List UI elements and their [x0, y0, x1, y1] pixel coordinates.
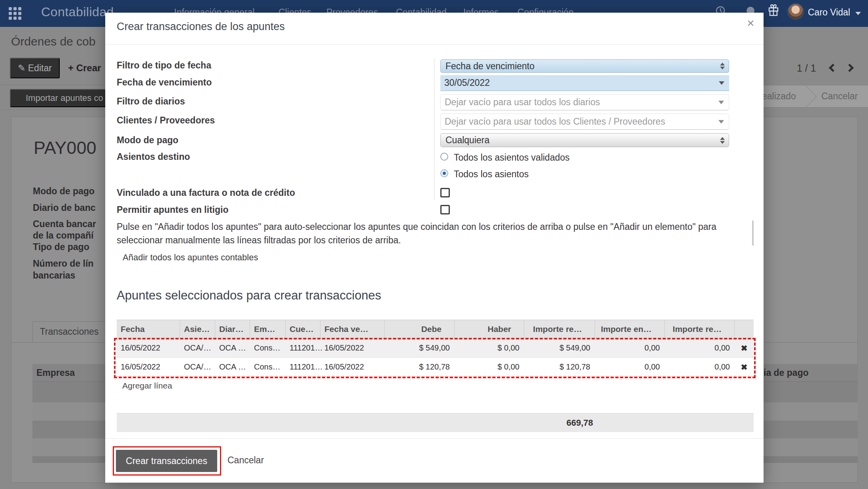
field-label-modo-de-pago: Modo de pago [33, 186, 106, 197]
dialog-header-divider [105, 44, 764, 45]
payment-mode-select[interactable]: Cualquiera [440, 133, 729, 147]
delete-row-icon[interactable]: ✖ [735, 343, 754, 353]
create-transactions-button[interactable]: Crear transacciones [116, 450, 217, 472]
scrollbar-thumb[interactable] [752, 220, 754, 246]
radio-label-todos-los-asientos[interactable]: Todos los asientos [454, 169, 529, 180]
due-date-input[interactable]: 30/05/2022 [440, 75, 729, 91]
label-filtro-diarios: Filtro de diarios [117, 96, 185, 107]
cell-diario[interactable]: OCA … [215, 343, 250, 353]
date-type-filter-select[interactable]: Fecha de vencimiento [440, 59, 729, 73]
label-fecha-vencimiento: Fecha de vencimiento [117, 77, 212, 88]
col-header-haber[interactable]: Haber [455, 320, 524, 338]
dropdown-caret-icon [718, 120, 724, 123]
edit-button[interactable]: ✎ Editar [10, 58, 60, 78]
cell-fecha-vencimiento[interactable]: 16/05/2022 [320, 362, 385, 371]
pencil-icon: ✎ [18, 63, 25, 73]
col-header-importe-re[interactable]: Importe re… [665, 320, 735, 338]
label-asientos-destino: Asientos destino [117, 152, 190, 162]
col-header-delete [735, 320, 754, 338]
col-header-fecha-vencimiento[interactable]: Fecha ve… [320, 320, 385, 338]
datepicker-caret-icon [719, 81, 724, 85]
create-transactions-dialog: Crear transacciones de los apuntes × Fil… [105, 13, 764, 483]
col-header-importe-residual[interactable]: Importe re… [524, 320, 595, 338]
field-label-tipo-de-pago: Tipo de pago [33, 242, 106, 252]
app-brand[interactable]: Contabilidad [41, 5, 114, 19]
total-bar: 669,78 [117, 413, 754, 432]
label-permitir-litigio: Permitir apuntes en litigio [117, 205, 228, 215]
gift-icon[interactable] [768, 4, 779, 18]
user-name[interactable]: Caro Vidal [808, 7, 850, 18]
divider [0, 110, 105, 110]
bg-table-header-dia-de-pago: ia de pago [764, 364, 858, 382]
radio-todos-los-asientos[interactable] [440, 169, 448, 177]
tab-transacciones[interactable]: Transacciones [32, 321, 106, 342]
cell-haber[interactable]: $ 0,00 [455, 362, 524, 371]
journals-filter-input[interactable]: Dejar vacío para usar todos los diarios [440, 94, 729, 110]
apps-grid-icon[interactable] [8, 6, 22, 22]
select-updown-icon [720, 137, 725, 144]
section-title: Apuntes seleccionados para crear transac… [117, 288, 381, 303]
cell-debe[interactable]: $ 120,78 [385, 362, 455, 371]
total-amount: 669,78 [567, 418, 593, 428]
table-row[interactable]: 16/05/2022 OCA/… OCA … Cons… 111201… 16/… [117, 339, 754, 358]
cell-debe[interactable]: $ 549,00 [385, 343, 455, 353]
cancel-button[interactable]: Cancelar [227, 455, 264, 466]
import-entries-button[interactable]: Importar apuntes co [10, 89, 106, 107]
dialog-footer-divider [105, 438, 764, 439]
divider [0, 85, 105, 85]
radio-label-todos-validados[interactable]: Todos los asientos validados [454, 152, 570, 163]
close-icon[interactable]: × [747, 16, 754, 30]
col-header-debe[interactable]: Debe [385, 320, 455, 338]
table-row[interactable]: 16/05/2022 OCA/… OCA … Cons… 111201… 16/… [117, 358, 754, 377]
cell-asiento[interactable]: OCA/… [180, 343, 215, 353]
radio-todos-validados[interactable] [440, 153, 448, 161]
cell-haber[interactable]: $ 0,00 [455, 343, 524, 353]
user-menu-chevron-down-icon[interactable] [855, 12, 861, 15]
cell-diario[interactable]: OCA … [215, 362, 250, 371]
label-modo-pago: Modo de pago [117, 135, 178, 146]
col-header-importe-en[interactable]: Importe en… [595, 320, 665, 338]
add-all-entries-button[interactable]: Añadir todos los apuntes contables [123, 252, 258, 263]
plus-icon: + [68, 63, 74, 73]
cell-importe-residual[interactable]: $ 549,00 [524, 343, 595, 353]
label-clientes-proveedores: Clientes / Proveedores [117, 115, 215, 126]
cell-importe-re[interactable]: 0,00 [665, 343, 735, 353]
user-avatar[interactable] [787, 3, 804, 20]
col-header-asiento[interactable]: Asie… [180, 320, 215, 338]
field-label-compania: de la compañí [33, 230, 106, 241]
cell-importe-re[interactable]: 0,00 [665, 362, 735, 371]
partners-filter-input[interactable]: Dejar vacío para usar todos los Clientes… [440, 114, 729, 130]
delete-row-icon[interactable]: ✖ [735, 362, 754, 372]
cell-fecha-vencimiento[interactable]: 16/05/2022 [320, 343, 385, 353]
label-filtro-tipo-fecha: Filtro de tipo de fecha [117, 60, 211, 71]
selected-entries-table: Fecha Asie… Diar… Em… Cue… Fecha ve… Deb… [117, 320, 754, 395]
dialog-title: Crear transacciones de los apuntes [117, 21, 285, 33]
col-header-diario[interactable]: Diar… [215, 320, 250, 338]
add-line-button[interactable]: Agregar línea [117, 377, 754, 395]
cell-importe-en[interactable]: 0,00 [595, 362, 665, 371]
col-header-fecha[interactable]: Fecha [117, 320, 180, 338]
checkbox-vinculado-factura[interactable] [440, 188, 450, 197]
pager-previous-icon[interactable] [829, 64, 837, 72]
label-vinculado-factura: Vinculado a una factura o nota de crédit… [117, 188, 295, 198]
cell-cuenta[interactable]: 111201… [286, 343, 320, 353]
cell-importe-en[interactable]: 0,00 [595, 343, 665, 353]
checkbox-permitir-litigio[interactable] [440, 205, 450, 214]
cell-cuenta[interactable]: 111201… [286, 362, 320, 371]
col-header-empresa[interactable]: Em… [250, 320, 286, 338]
field-label-diario: Diario de banc [33, 203, 106, 213]
cell-asiento[interactable]: OCA/… [180, 362, 215, 371]
create-button[interactable]: + Crear [68, 63, 101, 74]
status-cancelar[interactable]: Cancelar [821, 91, 858, 102]
cell-importe-residual[interactable]: $ 120,78 [524, 362, 595, 371]
field-label-cuenta-bancaria: Cuenta bancar [33, 219, 106, 229]
cell-empresa[interactable]: Cons… [250, 362, 286, 371]
status-realizado[interactable]: ealizado [762, 91, 796, 102]
cell-empresa[interactable]: Cons… [250, 343, 286, 353]
col-header-cuenta[interactable]: Cue… [286, 320, 320, 338]
pager-next-icon[interactable] [845, 64, 854, 72]
field-label-numero-lineas: Número de lín [33, 258, 106, 269]
cell-fecha[interactable]: 16/05/2022 [117, 362, 180, 371]
table-header-row: Fecha Asie… Diar… Em… Cue… Fecha ve… Deb… [117, 320, 754, 339]
cell-fecha[interactable]: 16/05/2022 [117, 343, 180, 353]
